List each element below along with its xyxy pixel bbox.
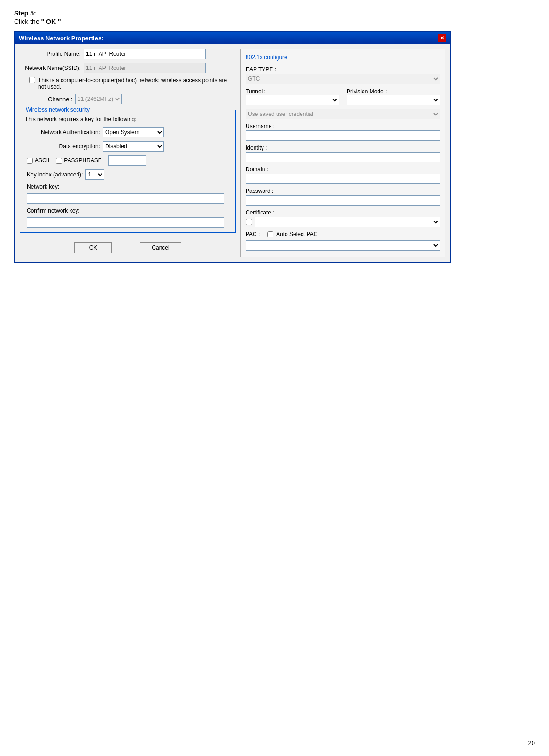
security-inner: This network requires a key for the foll… [25,116,231,228]
step-desc-prefix: Click the [14,18,41,25]
key-index-row: Key index (advanced): 1 [27,169,231,180]
password-row: Password : [246,188,440,206]
ssid-label: Network Name(SSID): [20,65,81,71]
username-row: Username : [246,123,440,141]
security-desc: This network requires a key for the foll… [25,116,231,122]
data-enc-row: Data encryption: Disabled [25,141,231,152]
passphrase-input[interactable] [108,155,146,166]
ascii-passphrase-row: ASCII PASSPHRASE [27,155,231,166]
confirm-key-section: Confirm network key: [27,207,231,228]
tunnel-col: Tunnel : [246,88,339,105]
button-row: OK Cancel [20,242,236,257]
certificate-checkbox[interactable] [246,219,252,225]
net-auth-select[interactable]: Open System [103,127,164,137]
username-label: Username : [246,123,440,130]
profile-name-input[interactable] [84,49,206,59]
profile-name-label: Profile Name: [20,51,81,57]
step-title: Step 5: [14,9,535,17]
channel-select[interactable]: 11 (2462MHz) [75,94,122,104]
dialog-title: Wireless Network Properties: [19,35,104,42]
page-number: 20 [528,740,535,747]
key-index-label: Key index (advanced): [27,171,83,178]
passphrase-label-text: PASSPHRASE [64,157,101,164]
domain-row: Domain : [246,166,440,184]
security-group-legend: Wireless network security [24,107,92,113]
passphrase-checkbox[interactable] [56,158,62,164]
passphrase-checkbox-label: PASSPHRASE [56,157,101,164]
auto-select-pac-label: Auto Select PAC [276,231,318,237]
identity-row: Identity : [246,145,440,162]
provision-select[interactable] [347,95,440,105]
password-label: Password : [246,188,440,194]
key-index-select[interactable]: 1 [85,169,104,180]
security-group: Wireless network security This network r… [20,110,236,233]
certificate-row: Certificate : [246,209,440,227]
identity-input[interactable] [246,152,440,162]
identity-label: Identity : [246,145,440,151]
use-saved-row: Use saved user credential [246,109,440,119]
confirm-key-label: Confirm network key: [27,207,231,214]
tunnel-label: Tunnel : [246,88,266,95]
left-panel: Profile Name: Network Name(SSID): This i… [20,49,236,257]
dialog-body: Profile Name: Network Name(SSID): This i… [15,44,450,262]
confirm-key-input[interactable] [27,217,224,228]
step-ok-value: " OK " [41,18,61,25]
certificate-select[interactable] [255,217,440,227]
cancel-button[interactable]: Cancel [140,242,181,253]
eap-type-label: EAP TYPE : [246,66,440,73]
wireless-network-properties-dialog: Wireless Network Properties: ✕ Profile N… [14,31,451,263]
adhoc-text: This is a computer-to-computer(ad hoc) n… [38,77,236,90]
ascii-checkbox[interactable] [27,158,33,164]
adhoc-row: This is a computer-to-computer(ad hoc) n… [29,77,236,90]
net-auth-label: Network Authentication: [25,129,100,136]
domain-label: Domain : [246,166,440,173]
channel-label: Channel: [48,96,72,103]
pac-label: PAC : [246,231,264,237]
step-desc-suffix: . [61,18,63,25]
eap-type-select[interactable]: GTC [246,74,440,84]
provision-label: Privision Mode : [347,88,387,95]
network-key-label: Network key: [27,183,231,190]
network-key-input[interactable] [27,193,224,204]
data-enc-label: Data encryption: [25,143,100,150]
provision-col: Privision Mode : [347,88,440,105]
pac-label-row: PAC : Auto Select PAC [246,231,440,237]
tunnel-select[interactable] [246,95,339,105]
right-panel: 802.1x configure EAP TYPE : GTC Tunnel :… [240,49,445,257]
dot1x-group-label: 802.1x configure [246,54,440,61]
domain-input[interactable] [246,174,440,184]
ssid-row: Network Name(SSID): [20,63,236,73]
profile-name-row: Profile Name: [20,49,236,59]
eap-type-row: EAP TYPE : GTC [246,66,440,84]
use-saved-select[interactable]: Use saved user credential [246,109,440,119]
step-desc: Click the " OK ". [14,18,535,25]
cert-row [246,217,440,227]
password-input[interactable] [246,195,440,206]
dialog-close-button[interactable]: ✕ [438,34,446,42]
ok-button[interactable]: OK [74,242,112,253]
channel-row: Channel: 11 (2462MHz) [48,94,236,104]
auto-select-pac-checkbox[interactable] [267,231,273,237]
network-key-section: Network key: [27,183,231,204]
dialog-titlebar: Wireless Network Properties: ✕ [15,32,450,44]
adhoc-checkbox[interactable] [29,77,35,83]
tunnel-provision-row: Tunnel : Privision Mode : [246,88,440,105]
pac-section: PAC : Auto Select PAC [246,231,440,251]
data-enc-select[interactable]: Disabled [103,141,164,152]
net-auth-row: Network Authentication: Open System [25,127,231,137]
pac-select[interactable] [246,240,440,251]
certificate-label: Certificate : [246,209,440,216]
username-input[interactable] [246,130,440,141]
ascii-checkbox-label: ASCII [27,157,49,164]
ascii-label-text: ASCII [35,157,49,164]
ssid-input[interactable] [84,63,206,73]
